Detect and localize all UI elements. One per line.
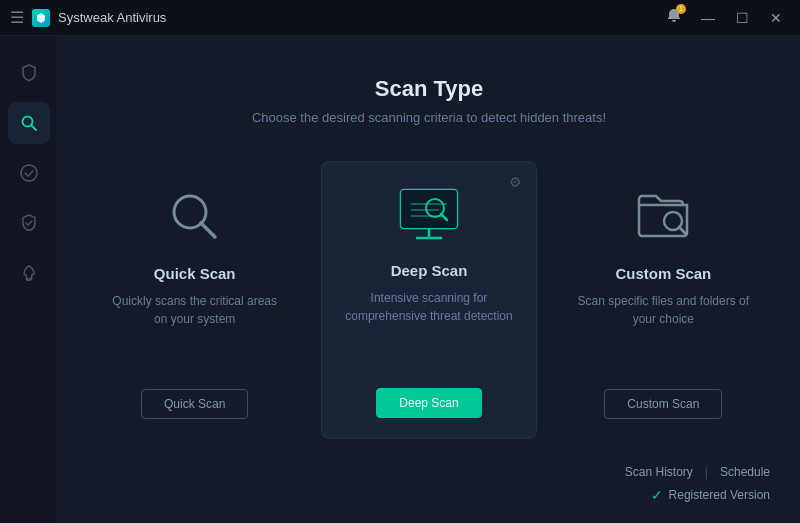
title-bar-left: ☰ Systweak Antivirus	[10, 8, 166, 27]
custom-scan-card: Custom Scan Scan specific files and fold…	[557, 161, 770, 439]
custom-scan-button[interactable]: Custom Scan	[604, 389, 722, 419]
minimize-button[interactable]: —	[694, 8, 722, 28]
svg-line-1	[31, 126, 36, 131]
maximize-button[interactable]: ☐	[728, 8, 756, 28]
custom-scan-icon	[631, 185, 695, 249]
schedule-link[interactable]: Schedule	[720, 465, 770, 479]
deep-scan-icon	[393, 186, 465, 246]
registered-version: ✓ Registered Version	[88, 487, 770, 503]
close-button[interactable]: ✕	[762, 8, 790, 28]
footer-links: Scan History | Schedule	[625, 465, 770, 479]
sidebar-item-protection[interactable]	[8, 202, 50, 244]
sidebar	[0, 36, 58, 523]
page-subtitle: Choose the desired scanning criteria to …	[88, 110, 770, 125]
footer: Scan History | Schedule	[88, 455, 770, 479]
custom-scan-title: Custom Scan	[615, 265, 711, 282]
deep-scan-card: ⚙	[321, 161, 536, 439]
svg-point-2	[21, 165, 37, 181]
deep-scan-title: Deep Scan	[391, 262, 468, 279]
quick-scan-desc: Quickly scans the critical areas on your…	[104, 292, 285, 369]
sidebar-item-check[interactable]	[8, 152, 50, 194]
deep-scan-settings-icon[interactable]: ⚙	[509, 174, 522, 190]
content-area: Scan Type Choose the desired scanning cr…	[58, 36, 800, 523]
registered-label: Registered Version	[669, 488, 770, 502]
notification-icon[interactable]: 1	[666, 8, 682, 28]
sidebar-item-scan[interactable]	[8, 102, 50, 144]
main-layout: Scan Type Choose the desired scanning cr…	[0, 36, 800, 523]
quick-scan-card: Quick Scan Quickly scans the critical ar…	[88, 161, 301, 439]
quick-scan-button[interactable]: Quick Scan	[141, 389, 248, 419]
registered-icon: ✓	[651, 487, 663, 503]
scan-history-link[interactable]: Scan History	[625, 465, 693, 479]
quick-scan-icon	[163, 185, 227, 249]
deep-scan-desc: Intensive scanning for comprehensive thr…	[338, 289, 519, 368]
sidebar-item-rocket[interactable]	[8, 252, 50, 294]
footer-divider: |	[705, 465, 708, 479]
page-header: Scan Type Choose the desired scanning cr…	[88, 76, 770, 125]
svg-line-15	[679, 227, 686, 234]
app-logo	[32, 9, 50, 27]
title-bar-right: 1 — ☐ ✕	[666, 8, 790, 28]
page-title: Scan Type	[88, 76, 770, 102]
scan-cards-container: Quick Scan Quickly scans the critical ar…	[88, 161, 770, 439]
quick-scan-title: Quick Scan	[154, 265, 236, 282]
deep-scan-button[interactable]: Deep Scan	[376, 388, 481, 418]
hamburger-icon[interactable]: ☰	[10, 8, 24, 27]
notification-badge: 1	[676, 4, 686, 14]
svg-line-4	[201, 223, 215, 237]
sidebar-item-shield[interactable]	[8, 52, 50, 94]
custom-scan-desc: Scan specific files and folders of your …	[573, 292, 754, 369]
title-bar: ☰ Systweak Antivirus 1 — ☐ ✕	[0, 0, 800, 36]
svg-rect-6	[401, 190, 457, 228]
app-name: Systweak Antivirus	[58, 10, 166, 25]
